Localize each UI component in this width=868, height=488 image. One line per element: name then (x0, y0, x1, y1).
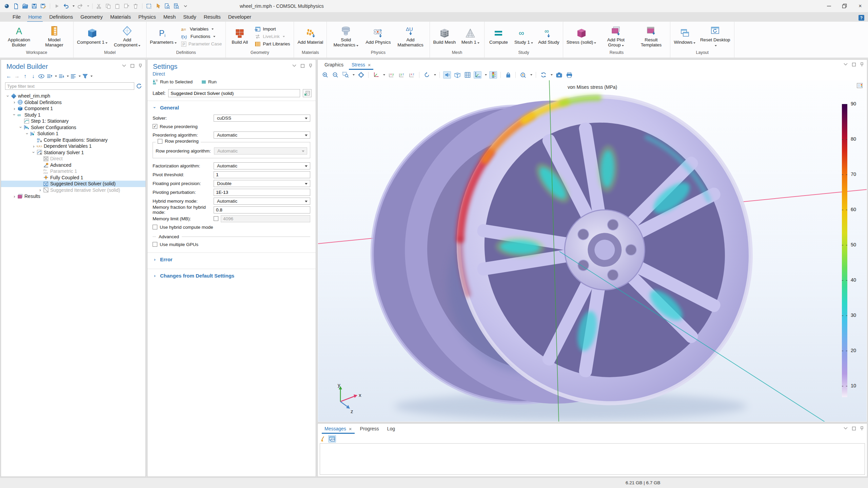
show-messages-icon[interactable] (328, 435, 336, 443)
tab-messages[interactable]: Messages × (321, 424, 355, 434)
tab-graphics[interactable]: Graphics (321, 60, 347, 70)
redo-dropdown-icon[interactable] (87, 5, 89, 7)
windows-button[interactable]: Windows (672, 28, 697, 45)
panel-maximize-icon[interactable] (852, 427, 856, 430)
tree-filter-input[interactable] (5, 82, 134, 90)
zoom-in-icon[interactable] (321, 71, 329, 79)
use-hybrid-compute-checkbox[interactable]: Use hybrid compute mode (153, 223, 310, 231)
menu-definitions[interactable]: Definitions (45, 13, 77, 22)
menu-file[interactable]: File (9, 13, 24, 22)
zoom-box-icon[interactable] (341, 71, 349, 79)
tree-item-solver-configurations[interactable]: › Solver Configurations (1, 124, 145, 131)
expander-icon[interactable]: › (19, 125, 23, 129)
parameters-button[interactable]: Pi Parameters (148, 28, 178, 45)
select-box-button[interactable] (145, 3, 152, 9)
expander-icon[interactable]: › (32, 150, 36, 155)
close-tab-icon[interactable]: × (349, 426, 352, 432)
default-view-icon[interactable] (372, 71, 380, 79)
close-tab-icon[interactable]: × (368, 62, 371, 68)
expander-icon[interactable]: › (12, 100, 17, 104)
messages-output[interactable] (320, 443, 865, 475)
part-libraries-button[interactable]: Part Libraries (255, 41, 290, 47)
lock-icon[interactable] (504, 71, 512, 79)
paste-button[interactable] (114, 3, 121, 9)
forward-button[interactable]: → (13, 73, 21, 80)
chevron-down-icon[interactable] (55, 76, 57, 77)
chevron-down-icon[interactable] (67, 76, 69, 77)
expand-all-button[interactable] (58, 73, 65, 80)
solver-select[interactable]: cuDSS (214, 115, 310, 122)
menu-geometry[interactable]: Geometry (77, 13, 106, 22)
customize-toolbar-icon[interactable] (182, 3, 189, 9)
tab-stress[interactable]: Stress × (348, 60, 374, 70)
duplicate-button[interactable] (123, 3, 130, 9)
floating-point-precision-select[interactable]: Double (214, 180, 310, 187)
help-button[interactable]: ? (859, 15, 864, 21)
panel-menu-icon[interactable] (844, 63, 848, 66)
rotate-view-icon[interactable] (423, 71, 431, 79)
panel-maximize-icon[interactable] (301, 64, 304, 68)
variables-button[interactable]: a= Variables (181, 26, 222, 32)
tree-item-advanced[interactable]: Advanced (1, 162, 145, 168)
view-xy-icon[interactable]: xy (388, 71, 395, 79)
component-1-button[interactable]: Component 1 (75, 28, 109, 45)
close-button[interactable]: × (852, 0, 868, 12)
functions-button[interactable]: f(x) Functions (181, 34, 222, 39)
tree-item-root[interactable]: › wheel_rim.mph (1, 93, 145, 99)
tree-item-compile-equations[interactable]: auat Compile Equations: Stationary (1, 137, 145, 143)
row-preordering-checkbox[interactable] (158, 139, 162, 144)
expander-icon[interactable]: › (32, 144, 36, 148)
memory-limit-checkbox[interactable] (214, 216, 218, 221)
zoom-extents-icon[interactable] (357, 71, 365, 79)
build-mesh-button[interactable]: Build Mesh (432, 28, 458, 45)
preview-selected-button[interactable] (173, 3, 180, 9)
animate-icon[interactable] (539, 71, 547, 79)
chevron-down-icon[interactable] (434, 74, 436, 76)
move-up-button[interactable]: ↑ (21, 73, 29, 80)
section-general[interactable]: › General (147, 101, 316, 113)
expander-icon[interactable]: › (25, 131, 29, 136)
view-yz-icon[interactable]: yz (398, 71, 406, 79)
section-error[interactable]: › Error (147, 253, 316, 265)
hybrid-memory-mode-select[interactable]: Automatic (214, 198, 310, 205)
tree-item-study-1[interactable]: › ∞ Study 1 (1, 112, 145, 118)
add-plot-group-button[interactable]: Add Plot Group (598, 25, 633, 47)
reset-desktop-button[interactable]: Reset Desktop (698, 25, 732, 47)
menu-study[interactable]: Study (179, 13, 200, 22)
memory-fraction-input[interactable] (214, 206, 310, 214)
panel-pin-icon[interactable] (139, 64, 142, 68)
import-button[interactable]: Import (255, 26, 290, 32)
tree-item-suggested-direct-solver[interactable]: * Suggested Direct Solver (solid) (1, 181, 145, 187)
solid-mechanics-button[interactable]: Solid Mechanics (329, 25, 363, 47)
create-shortcut-button[interactable] (303, 89, 312, 97)
chevron-down-icon[interactable] (485, 74, 487, 76)
copy-button[interactable] (105, 3, 112, 9)
add-mathematics-button[interactable]: ΔU Add Mathematics (393, 25, 428, 47)
tree-item-component-1[interactable]: › Component 1 (1, 105, 145, 112)
menu-home[interactable]: Home (24, 13, 45, 22)
menu-materials[interactable]: Materials (106, 13, 135, 22)
undo-dropdown-icon[interactable] (73, 5, 75, 7)
tree-item-suggested-iterative-solver[interactable]: › Suggested Iterative Solver (solid) (1, 187, 145, 194)
menu-results[interactable]: Results (200, 13, 224, 22)
minimize-button[interactable] (821, 0, 837, 12)
new-file-button[interactable] (13, 3, 19, 9)
save-as-button[interactable] (40, 3, 47, 9)
label-input[interactable] (168, 89, 300, 97)
grid-icon[interactable] (463, 71, 471, 79)
select-pointer-button[interactable] (155, 3, 161, 9)
tree-item-parametric[interactable]: Pi=213 Parametric 1 (1, 168, 145, 175)
menu-developer[interactable]: Developer (224, 13, 255, 22)
save-button[interactable] (31, 3, 38, 9)
add-physics-button[interactable]: Add Physics (364, 28, 392, 45)
zoom-out-icon[interactable] (331, 71, 339, 79)
run-button[interactable] (53, 3, 60, 9)
tree-item-step-1[interactable]: Step 1: Stationary (1, 118, 145, 124)
compute-button[interactable]: Compute (486, 28, 511, 45)
open-file-button[interactable] (22, 3, 28, 9)
model-tree-node-text-button[interactable] (70, 73, 77, 80)
mesh-1-button[interactable]: Mesh 1 (458, 28, 482, 45)
filter-button[interactable] (81, 73, 89, 80)
tree-item-dependent-variables[interactable]: › u,x,w Dependent Variables 1 (1, 143, 145, 149)
chevron-down-icon[interactable] (383, 74, 385, 76)
